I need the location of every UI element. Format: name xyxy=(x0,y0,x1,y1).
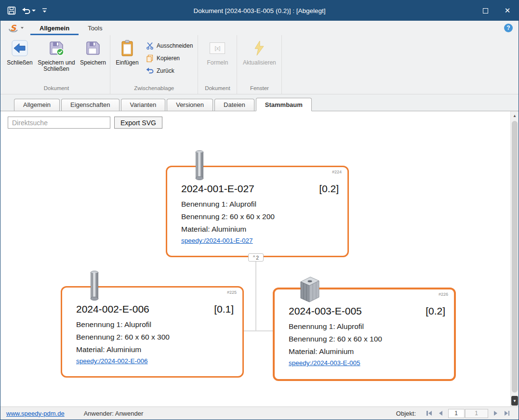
einfuegen-button[interactable]: Einfügen xyxy=(112,36,143,82)
maximize-icon xyxy=(483,8,488,13)
node-benennung1: Benennung 1: Aluprofil xyxy=(181,198,339,210)
save-and-close-icon xyxy=(48,39,65,58)
speedy-logo-icon: S xyxy=(8,23,19,33)
node-number: 2024-001-E-027 xyxy=(181,183,254,195)
group-label-dokument: Dokument xyxy=(4,84,108,94)
node-benennung2: Benennung 2: 60 x 60 x 200 xyxy=(181,210,339,223)
node-material: Material: Aluminium xyxy=(181,223,339,236)
aktualisieren-button[interactable]: Aktualisieren xyxy=(239,36,280,82)
nav-next-button[interactable] xyxy=(492,409,499,418)
alu-profile-icon xyxy=(89,270,100,301)
group-label-fenster: Fenster xyxy=(239,84,280,94)
formeln-button[interactable]: [x] Formeln xyxy=(200,36,235,82)
undo-back-icon xyxy=(146,67,154,74)
node-material: Material: Aluminium xyxy=(76,343,234,356)
scrollbar-thumb[interactable] xyxy=(512,121,518,393)
close-button[interactable]: ✕ xyxy=(496,0,519,21)
node-benennung1: Benennung 1: Aluprofil xyxy=(289,320,445,333)
zurueck-button[interactable]: Zurück xyxy=(143,66,196,76)
child-count: 2 xyxy=(256,255,259,261)
formula-icon: [x] xyxy=(210,39,225,58)
window-controls: ✕ xyxy=(474,0,519,21)
close-document-icon xyxy=(12,39,28,58)
node-benennung1: Benennung 1: Aluprofil xyxy=(76,318,234,331)
paste-icon xyxy=(120,39,134,58)
current-user-label: Anwender: Anwender xyxy=(84,410,144,417)
speedy-pdm-website-link[interactable]: www.speedy-pdm.de xyxy=(6,410,65,417)
alu-profile-icon xyxy=(194,150,205,181)
close-icon: ✕ xyxy=(505,6,511,15)
tab-varianten[interactable]: Varianten xyxy=(121,99,166,111)
group-label-zwischenablage: Zwischenablage xyxy=(112,84,196,94)
scissors-icon xyxy=(146,42,154,50)
copy-icon xyxy=(146,54,154,62)
app-menu-button[interactable]: S xyxy=(0,21,30,35)
node-benennung2: Benennung 2: 60 x 60 x 300 xyxy=(76,331,234,343)
ribbon: Schließen Speichern und Schließen Speich… xyxy=(0,35,519,94)
ribbon-tab-row: S Allgemein Tools ? xyxy=(0,21,519,35)
group-label-dokument-2: Dokument xyxy=(200,84,235,94)
ribbon-tab-allgemein[interactable]: Allgemein xyxy=(30,21,79,35)
node-ref-badge: #225 xyxy=(227,290,237,295)
app-menu-chevron-icon xyxy=(21,27,24,29)
ribbon-group-dokument: Schließen Speichern und Schließen Speich… xyxy=(3,35,110,94)
node-ref-badge: #226 xyxy=(439,292,448,297)
window-title: Dokument [2024-003-E-005 (0.2)] : [Abgel… xyxy=(0,0,519,21)
tab-dateien[interactable]: Dateien xyxy=(214,99,254,111)
collapse-badge[interactable]: ^ 2 xyxy=(248,253,264,262)
titlebar: Dokument [2024-003-E-005 (0.2)] : [Abgel… xyxy=(0,0,519,21)
document-tabstrip: Allgemein Eigenschaften Varianten Versio… xyxy=(0,94,519,111)
scroll-up-icon[interactable]: ▲ xyxy=(511,111,519,120)
app-window: Dokument [2024-003-E-005 (0.2)] : [Abgel… xyxy=(0,0,519,420)
node-benennung2: Benennung 2: 60 x 60 x 100 xyxy=(289,333,445,345)
tab-versionen[interactable]: Versionen xyxy=(167,99,213,111)
speichern-und-schliessen-button[interactable]: Speichern und Schließen xyxy=(35,36,78,82)
node-number: 2024-002-E-006 xyxy=(76,303,149,315)
node-speedy-link[interactable]: speedy:/2024-001-E-027 xyxy=(181,237,253,244)
tab-stammbaum[interactable]: Stammbaum xyxy=(256,98,312,111)
node-version: [0.2] xyxy=(426,305,445,317)
object-navigator: Objekt: 1 1 xyxy=(396,409,513,418)
nav-first-button[interactable] xyxy=(425,409,433,418)
scroll-down-icon[interactable]: ▼ xyxy=(511,396,518,406)
tree-node-2024-001-E-027[interactable]: #224 2024-001-E-027 [0.2] Benennung 1: A… xyxy=(166,166,349,257)
alu-profile-3d-icon xyxy=(298,275,321,303)
statusbar: www.speedy-pdm.de Anwender: Anwender Obj… xyxy=(0,407,519,420)
object-index-input[interactable]: 1 xyxy=(448,409,465,418)
object-count-box: 1 xyxy=(465,409,488,418)
nav-last-button[interactable] xyxy=(503,409,511,418)
objekt-label: Objekt: xyxy=(396,410,416,417)
node-version: [0.2] xyxy=(319,183,339,195)
tab-allgemein[interactable]: Allgemein xyxy=(14,99,60,111)
ribbon-group-zwischenablage: Einfügen Ausschneiden Kopieren Zurück xyxy=(110,35,198,94)
collapse-caret-icon: ^ xyxy=(253,255,255,260)
svg-text:S: S xyxy=(10,23,17,33)
node-version: [0.1] xyxy=(214,303,234,315)
tab-eigenschaften[interactable]: Eigenschaften xyxy=(61,99,119,111)
node-speedy-link[interactable]: speedy:/2024-003-E-005 xyxy=(289,359,360,367)
tree-node-2024-003-E-005[interactable]: #226 2024-003-E-005 [0.2] Benennung 1: A… xyxy=(273,288,456,381)
kopieren-button[interactable]: Kopieren xyxy=(143,53,196,63)
help-button[interactable]: ? xyxy=(504,24,513,32)
ribbon-group-fenster: Aktualisieren Fenster xyxy=(237,35,282,94)
maximize-button[interactable] xyxy=(474,0,496,21)
save-document-icon xyxy=(85,39,101,58)
node-ref-badge: #224 xyxy=(332,170,342,174)
ausschneiden-button[interactable]: Ausschneiden xyxy=(143,40,196,51)
node-speedy-link[interactable]: speedy:/2024-002-E-006 xyxy=(76,357,148,365)
ribbon-tab-tools[interactable]: Tools xyxy=(79,21,111,35)
stammbaum-panel: Export SVG #224 2024-001-E-027 [0.2] Ben… xyxy=(0,111,519,407)
node-number: 2024-003-E-005 xyxy=(289,305,362,317)
schliessen-button[interactable]: Schließen xyxy=(4,36,35,82)
node-material: Material: Aluminium xyxy=(289,345,445,358)
vertical-scrollbar[interactable]: ▲ ▼ xyxy=(510,111,519,407)
nav-prev-button[interactable] xyxy=(438,409,444,418)
ribbon-group-dokument-2: [x] Formeln Dokument xyxy=(198,35,237,94)
speichern-button[interactable]: Speichern xyxy=(78,36,108,82)
tree-node-2024-002-E-006[interactable]: #225 2024-002-E-006 [0.1] Benennung 1: A… xyxy=(61,286,244,378)
lightning-icon xyxy=(253,39,265,58)
